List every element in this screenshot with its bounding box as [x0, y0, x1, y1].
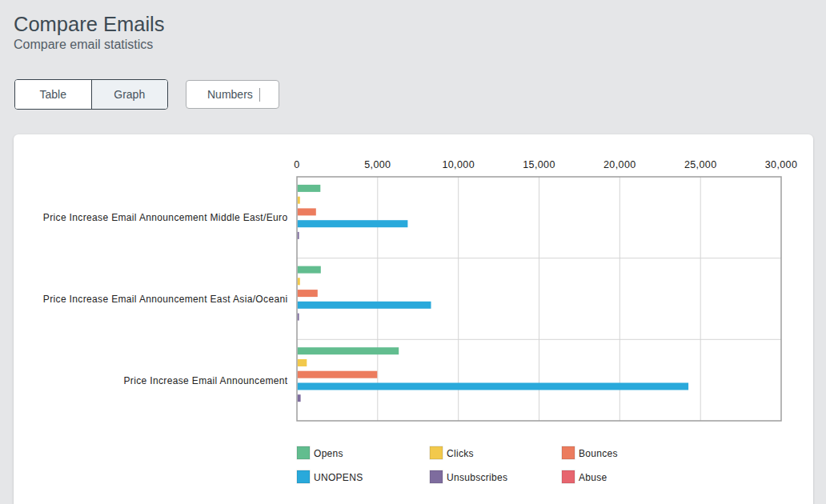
svg-text:Opens: Opens — [314, 448, 343, 459]
svg-text:10,000: 10,000 — [442, 159, 475, 170]
svg-text:Unsubscribes: Unsubscribes — [447, 472, 507, 483]
svg-text:Price Increase Email Announcem: Price Increase Email Announcement Middle… — [43, 212, 288, 223]
svg-text:25,000: 25,000 — [684, 159, 717, 170]
svg-text:20,000: 20,000 — [603, 159, 636, 170]
svg-text:0: 0 — [294, 159, 299, 170]
svg-text:Clicks: Clicks — [447, 448, 474, 459]
svg-text:Price Increase Email Announcem: Price Increase Email Announcement — [124, 375, 288, 386]
svg-text:Bounces: Bounces — [579, 448, 618, 459]
svg-text:15,000: 15,000 — [523, 159, 555, 170]
svg-text:30,000: 30,000 — [765, 159, 798, 170]
svg-text:UNOPENS: UNOPENS — [314, 472, 363, 483]
svg-text:Abuse: Abuse — [579, 472, 607, 483]
svg-text:5,000: 5,000 — [364, 159, 391, 170]
svg-text:Price Increase Email Announcem: Price Increase Email Announcement East A… — [43, 294, 288, 305]
